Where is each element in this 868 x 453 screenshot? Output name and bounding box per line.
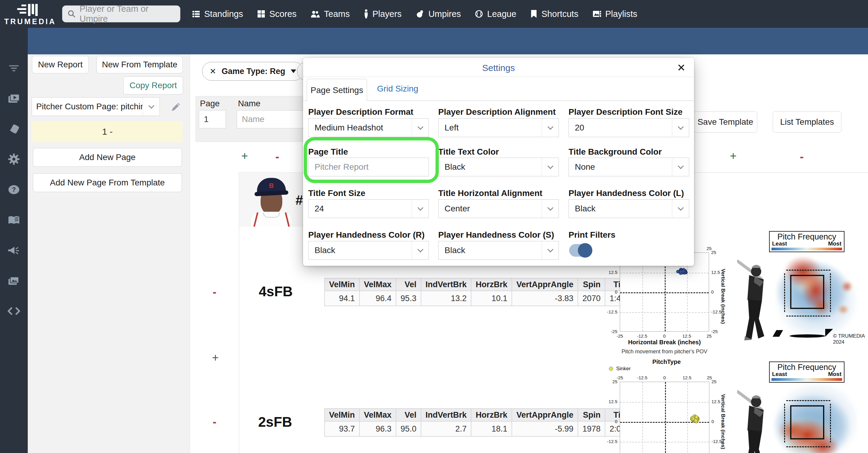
nav-teams[interactable]: Teams	[310, 9, 349, 19]
embed-code-icon[interactable]	[0, 302, 28, 320]
trumedia-swoosh-icon	[825, 329, 833, 337]
scatter-dot	[694, 419, 698, 422]
add-column-control[interactable]: +	[241, 149, 248, 163]
nav-scores[interactable]: Scores	[257, 9, 297, 19]
table-header-cell: VertApprAngle	[512, 408, 578, 421]
new-from-template-button[interactable]: New From Template	[96, 56, 183, 74]
trumedia-logo[interactable]: TRUMEDIA	[0, 2, 60, 26]
player-handedness-color-l-select[interactable]: Black	[568, 199, 689, 218]
field-label: Player Description Format	[308, 107, 413, 117]
heatmap-most-label: Most	[828, 371, 841, 377]
remove-filter-icon[interactable]: ✕	[210, 67, 216, 76]
add-new-page-from-template-button[interactable]: Add New Page From Template	[33, 173, 182, 192]
player-description-alignment-select[interactable]: Left	[438, 118, 559, 137]
game-type-filter-chip[interactable]: ✕ Game Type: Reg	[202, 62, 304, 81]
help-icon[interactable]: ?	[0, 180, 28, 199]
filter-icon[interactable]	[0, 59, 28, 77]
chevron-down-icon	[542, 241, 559, 259]
pitch-stats-table-2sfb: VelMinVelMaxVelIndVertBrkHorzBrkVertAppr…	[324, 408, 630, 437]
axis-tick-label: 0	[663, 375, 665, 380]
title-horizontal-alignment-select[interactable]: Center	[438, 199, 559, 218]
table-header-cell: IndVertBrk	[421, 408, 471, 421]
close-icon[interactable]: ✕	[677, 62, 686, 74]
nav-standings[interactable]: Standings	[192, 9, 243, 19]
axis-tick-label: -12.5	[711, 439, 722, 444]
report-select[interactable]: Pitcher Custom Page: pitching -...	[32, 97, 160, 116]
table-header-cell: VelMax	[360, 278, 396, 291]
copyright-text: © TRUMEDIA 2024	[833, 333, 868, 345]
table-header-cell: Spin	[578, 278, 605, 291]
whistle-tag-icon[interactable]	[0, 120, 28, 138]
nav-shortcuts[interactable]: Shortcuts	[530, 9, 579, 19]
table-value-cell: 2.7	[421, 421, 471, 436]
shortcuts-bookmark-icon	[530, 10, 537, 18]
chevron-down-icon	[412, 200, 429, 218]
player-handedness-color-s-select[interactable]: Black	[438, 241, 559, 260]
axis-tick-label: -25	[617, 375, 623, 380]
search-placeholder: Player or Team or Umpire	[80, 4, 175, 24]
nav-league[interactable]: League	[475, 9, 516, 19]
copy-report-button[interactable]: Copy Report	[123, 77, 183, 94]
player-chain	[263, 213, 280, 218]
print-filters-toggle[interactable]	[569, 244, 591, 257]
table-value-cell: 95.0	[396, 421, 421, 436]
nav-items: Standings Scores Teams Players Umpires L…	[192, 9, 637, 19]
chevron-down-icon	[542, 200, 559, 218]
title-background-color-select[interactable]: None	[568, 158, 689, 176]
new-report-button[interactable]: New Report	[32, 56, 89, 74]
axis-tick-label: 25	[707, 333, 712, 339]
glossary-book-icon[interactable]	[0, 211, 28, 229]
page-list-row-1[interactable]: 1 -	[32, 121, 183, 142]
axis-tick-label: 0	[711, 419, 714, 424]
nav-label: Players	[372, 9, 402, 19]
remove-column-control[interactable]: -	[800, 150, 804, 163]
nav-playlists[interactable]: Playlists	[592, 9, 637, 19]
pitch-stats-table-4sfb: VelMinVelMaxVelIndVertBrkHorzBrkVertAppr…	[324, 278, 630, 306]
app-root: TRUMEDIA Player or Team or Umpire Standi…	[0, 0, 868, 453]
remove-row-control[interactable]: -	[213, 416, 217, 428]
settings-gear-icon[interactable]	[0, 150, 28, 168]
player-description-format-select[interactable]: Medium Headshot	[308, 118, 429, 137]
video-playlists-icon[interactable]	[0, 90, 28, 108]
tab-grid-sizing[interactable]: Grid Sizing	[377, 77, 418, 101]
league-baseball-icon	[475, 10, 483, 18]
nav-umpires[interactable]: Umpires	[415, 9, 461, 19]
field-label: Page Title	[308, 147, 348, 157]
table-value-cell: 1978	[578, 421, 605, 436]
remove-column-control[interactable]: -	[275, 150, 279, 163]
page-number-input[interactable]: 1	[199, 110, 226, 129]
table-header-cell: HorzBrk	[471, 408, 512, 421]
announcements-megaphone-icon[interactable]	[0, 242, 28, 260]
axis-tick-label: -12.5	[637, 375, 647, 380]
page-name-input[interactable]: Name	[237, 110, 309, 129]
add-column-control[interactable]: +	[730, 149, 737, 163]
title-font-size-select[interactable]: 24	[308, 199, 429, 218]
save-template-button[interactable]: Save Template	[693, 111, 757, 133]
gallery-icon[interactable]	[0, 272, 28, 290]
player-handedness-color-r-select[interactable]: Black	[308, 241, 429, 260]
remove-row-control[interactable]: -	[213, 286, 217, 299]
tab-page-settings[interactable]: Page Settings	[307, 79, 367, 101]
table-value-cell: 93.7	[324, 421, 360, 436]
modal-tabs: Page Settings Grid Sizing	[303, 77, 694, 101]
page-title-input[interactable]	[308, 158, 429, 176]
axis-tick-label: 12.5	[609, 270, 617, 275]
chevron-down-icon	[672, 200, 689, 218]
nav-players[interactable]: Players	[364, 9, 402, 19]
heatmap-least-label: Least	[772, 371, 787, 377]
table-header-cell: VertApprAngle	[512, 278, 578, 291]
list-templates-button[interactable]: List Templates	[773, 111, 841, 133]
axis-tick-label: 0	[615, 289, 617, 294]
title-text-color-select[interactable]: Black	[438, 158, 559, 176]
player-description-font-size-select[interactable]: 20	[568, 118, 689, 137]
name-column-label: Name	[238, 99, 260, 108]
nav-label: Umpires	[428, 9, 461, 19]
search-input[interactable]: Player or Team or Umpire	[62, 5, 180, 22]
playlists-media-icon	[592, 10, 601, 18]
field-label: Player Description Alignment	[438, 107, 556, 117]
heatmap-gradient-bar	[772, 378, 842, 381]
add-new-page-button[interactable]: Add New Page	[33, 148, 182, 167]
pitch-movement-chart-2sfb: PitchType Sinker Vertical Break (inches)…	[605, 358, 732, 453]
pencil-edit-icon[interactable]	[170, 102, 181, 112]
add-row-control[interactable]: +	[212, 351, 219, 364]
